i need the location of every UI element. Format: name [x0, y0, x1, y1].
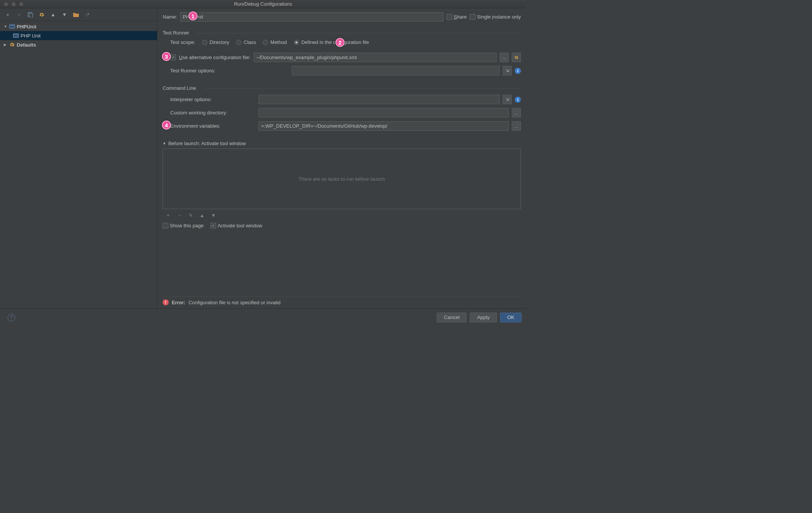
browse-button[interactable]: … [512, 121, 521, 131]
annotation-4: 4 [162, 120, 171, 130]
gear-icon [9, 42, 15, 48]
alt-config-input[interactable] [254, 53, 497, 62]
show-page-label: Show this page [170, 223, 204, 228]
env-vars-input[interactable] [259, 121, 509, 131]
php-icon: php [9, 23, 15, 30]
scope-configfile-radio[interactable]: Defined in the configuration file [294, 39, 369, 45]
tree-label: Defaults [17, 42, 36, 48]
use-alt-config-label: Use alternative configuration file:Use a… [179, 55, 251, 60]
chevron-down-icon[interactable]: ▼ [163, 142, 166, 145]
radio-label: Class [244, 39, 256, 45]
expand-button[interactable]: ⇲ [503, 95, 512, 104]
scope-method-radio[interactable]: Method [263, 39, 287, 45]
remove-icon[interactable]: － [176, 211, 183, 219]
move-up-icon[interactable]: ▲ [49, 11, 57, 19]
share-label: SSharehare [454, 14, 467, 20]
svg-rect-1 [29, 13, 33, 17]
expand-button[interactable]: ⇲ [503, 66, 512, 75]
tree-category-defaults[interactable]: ▶ Defaults [0, 40, 157, 49]
empty-text: There are no tasks to run before launch [299, 176, 385, 182]
chevron-right-icon: ▶ [4, 43, 8, 47]
cwd-input[interactable] [259, 108, 509, 117]
use-alt-config-checkbox[interactable] [170, 55, 176, 60]
radio-label: Method [270, 39, 287, 45]
sidebar: ＋ － ▲ ▼ ↓ª ▼ php PHPUnit php PHP Uni [0, 8, 157, 308]
settings-icon[interactable] [38, 11, 45, 19]
edit-icon[interactable]: ✎ [187, 211, 194, 219]
cancel-button[interactable]: Cancel [437, 313, 467, 322]
browse-button[interactable]: … [500, 53, 509, 62]
single-instance-checkbox[interactable] [470, 14, 475, 20]
test-scope-label: Test scope: [170, 39, 195, 45]
tree-label: PHP Unit [20, 33, 41, 39]
radio-label: Defined in the configuration file [301, 39, 369, 45]
interpreter-options-label: Interpreter options: [170, 97, 256, 102]
error-label: Error: [172, 300, 185, 305]
config-wrench-icon[interactable] [512, 53, 521, 62]
runner-options-input[interactable] [292, 66, 500, 75]
add-icon[interactable]: ＋ [4, 11, 11, 19]
info-icon[interactable]: i [515, 68, 521, 74]
error-icon: ! [163, 299, 169, 305]
remove-icon[interactable]: － [15, 11, 23, 19]
add-icon[interactable]: ＋ [164, 211, 172, 219]
zoom-window-icon[interactable] [19, 2, 24, 6]
ok-button[interactable]: OK [500, 313, 522, 322]
share-checkbox[interactable] [447, 14, 452, 20]
config-tree: ▼ php PHPUnit php PHP Unit ▶ Defaults [0, 21, 157, 308]
info-icon[interactable]: i [515, 97, 521, 103]
php-icon: php [13, 33, 19, 39]
tree-item-phpunit-config[interactable]: php PHP Unit [0, 31, 157, 40]
name-input[interactable] [180, 12, 443, 22]
copy-icon[interactable] [27, 11, 34, 19]
window-title: Run/Debug Configurations [234, 1, 292, 7]
apply-button[interactable]: Apply [470, 313, 497, 322]
sort-icon[interactable]: ↓ª [83, 11, 91, 19]
single-instance-label: Single instance onlySingle instance only [477, 14, 521, 20]
name-label: Name: [163, 14, 177, 20]
cwd-label: Custom working directory: [170, 110, 256, 116]
tree-category-phpunit[interactable]: ▼ php PHPUnit [0, 22, 157, 31]
config-form: Name: SSharehare Single instance onlySin… [157, 8, 526, 308]
activate-tool-label: Activate tool window [218, 223, 262, 228]
radio-label: Directory [210, 39, 229, 45]
close-window-icon[interactable] [4, 2, 8, 6]
before-launch-label: Before launch: Activate tool window [168, 141, 246, 146]
section-command-line: Command Line [163, 85, 521, 91]
move-down-icon[interactable]: ▼ [210, 211, 217, 219]
show-page-checkbox[interactable] [163, 223, 168, 228]
annotation-3: 3 [162, 52, 171, 61]
env-vars-label: Environment variables: [170, 123, 256, 129]
folder-icon[interactable] [72, 11, 80, 19]
activate-tool-checkbox[interactable] [210, 223, 216, 228]
runner-options-label: Test Runner options: [170, 68, 225, 74]
help-button[interactable]: ? [8, 314, 15, 321]
scope-class-radio[interactable]: Class [236, 39, 256, 45]
scope-directory-radio[interactable]: Directory [202, 39, 229, 45]
tree-label: PHPUnit [17, 24, 36, 30]
before-launch-list: There are no tasks to run before launch [163, 149, 521, 209]
chevron-down-icon: ▼ [4, 25, 8, 28]
move-down-icon[interactable]: ▼ [61, 11, 68, 19]
section-test-runner: Test Runner [163, 30, 521, 36]
minimize-window-icon[interactable] [11, 2, 16, 6]
sidebar-toolbar: ＋ － ▲ ▼ ↓ª [0, 8, 157, 21]
error-message: Configuration file is not specified or i… [188, 300, 281, 305]
browse-button[interactable]: … [512, 108, 521, 117]
titlebar: Run/Debug Configurations [0, 0, 526, 8]
interpreter-options-input[interactable] [259, 95, 500, 104]
dialog-buttons: ? Cancel Apply OK [0, 308, 526, 326]
move-up-icon[interactable]: ▲ [198, 211, 206, 219]
